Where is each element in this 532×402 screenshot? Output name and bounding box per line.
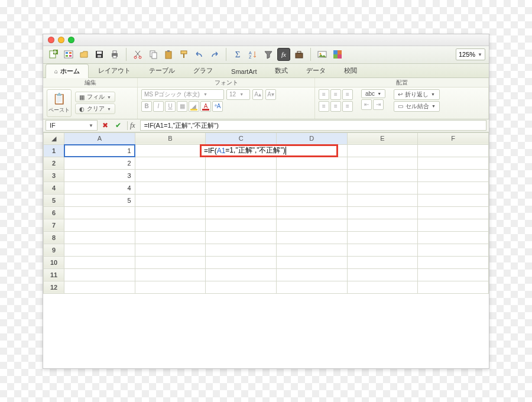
align-middle-button[interactable]: ≡ [330,89,341,100]
cell[interactable] [64,268,135,281]
cell[interactable] [206,219,277,231]
media-gallery-icon[interactable] [331,48,344,61]
cell[interactable] [135,219,206,231]
cell[interactable] [135,268,206,281]
col-header-F[interactable]: F [418,132,489,144]
align-top-button[interactable]: ≡ [319,89,329,100]
cell[interactable] [206,268,277,281]
shrink-font-button[interactable]: A▾ [265,89,276,100]
wrap-text-button[interactable]: ↩折り返し▼ [394,89,440,100]
cell[interactable] [347,181,418,194]
minimize-window-button[interactable] [58,37,64,43]
cell[interactable] [206,206,277,219]
zoom-window-button[interactable] [68,37,74,43]
save-icon[interactable] [93,48,106,61]
confirm-formula-button[interactable]: ✔ [113,120,124,131]
row-header[interactable]: 2 [44,157,64,169]
merge-cells-button[interactable]: ▭セル結合▼ [394,101,440,112]
cell[interactable] [206,157,277,169]
cell[interactable] [135,206,206,219]
autosum-icon[interactable]: Σ [231,48,244,61]
cell[interactable] [418,281,489,293]
font-name-combo[interactable]: MS Pゴシック (本文)▼ [141,89,224,100]
cell[interactable] [276,169,347,181]
copy-icon[interactable] [147,48,160,61]
cell[interactable] [276,268,347,281]
cell[interactable] [347,281,418,293]
align-center-button[interactable]: ≡ [330,101,341,112]
tab-home[interactable]: ⌂ホーム [46,64,89,78]
cut-icon[interactable] [131,48,144,61]
cell[interactable]: 3 [64,169,135,181]
cell[interactable] [206,194,277,206]
cell[interactable] [135,169,206,181]
cell[interactable] [347,256,418,268]
cell[interactable] [276,157,347,169]
cell[interactable] [276,256,347,268]
row-header[interactable]: 1 [44,144,64,157]
row-header[interactable]: 12 [44,281,64,293]
close-window-button[interactable] [48,37,54,43]
filter-icon[interactable] [262,48,275,61]
fx-icon[interactable]: fx [127,121,138,130]
cell[interactable] [135,244,206,256]
row-header[interactable]: 3 [44,169,64,181]
row-header[interactable]: 8 [44,231,64,244]
font-size-combo[interactable]: 12▼ [226,89,250,100]
cell[interactable] [135,157,206,169]
cell[interactable] [347,157,418,169]
row-header[interactable]: 9 [44,244,64,256]
cell[interactable] [418,181,489,194]
cell[interactable]: 1 [64,144,135,157]
toolbox-icon[interactable] [293,48,306,61]
cell[interactable] [418,169,489,181]
row-header[interactable]: 11 [44,268,64,281]
row-header[interactable]: 7 [44,219,64,231]
show-media-icon[interactable] [316,48,329,61]
cell[interactable] [347,169,418,181]
cell[interactable] [135,181,206,194]
cell[interactable] [347,206,418,219]
fill-menu[interactable]: ▦フィル▼ [75,92,115,102]
row-header[interactable]: 4 [44,181,64,194]
orientation-button[interactable]: abc▼ [361,89,385,98]
redo-icon[interactable] [208,48,221,61]
cell[interactable] [206,256,277,268]
formula-input[interactable]: =IF(A1=1,"正解","不正解") [140,120,486,131]
cell[interactable] [418,144,489,157]
cell[interactable] [206,181,277,194]
cell[interactable] [418,231,489,244]
tab-data[interactable]: データ [297,63,335,77]
zoom-combo[interactable]: 125% ▼ [456,48,485,60]
cell[interactable] [206,231,277,244]
cell[interactable]: 5 [64,194,135,206]
border-button[interactable]: ▦ [177,101,187,112]
cell[interactable] [64,206,135,219]
cell[interactable] [418,244,489,256]
cell[interactable] [418,219,489,231]
cell[interactable] [347,268,418,281]
col-header-C[interactable]: C [206,132,277,144]
grow-font-button[interactable]: A▴ [252,89,263,100]
cell[interactable] [276,244,347,256]
cell[interactable]: 2 [64,157,135,169]
cell[interactable] [64,231,135,244]
row-header[interactable]: 6 [44,206,64,219]
cell[interactable] [206,169,277,181]
cell[interactable] [206,244,277,256]
cell[interactable] [64,219,135,231]
col-header-E[interactable]: E [347,132,418,144]
fx-toolbar-icon[interactable]: fx [277,48,290,61]
cell[interactable] [347,194,418,206]
cell[interactable] [135,281,206,293]
cell[interactable] [64,281,135,293]
print-icon[interactable] [108,48,121,61]
cell[interactable] [135,256,206,268]
cell[interactable] [64,256,135,268]
tab-layout[interactable]: レイアウト [89,63,140,77]
cell[interactable] [347,219,418,231]
decrease-indent-button[interactable]: ⇤ [361,99,372,110]
open-icon[interactable] [77,48,90,61]
template-gallery-icon[interactable] [62,48,75,61]
cell[interactable] [135,144,206,157]
